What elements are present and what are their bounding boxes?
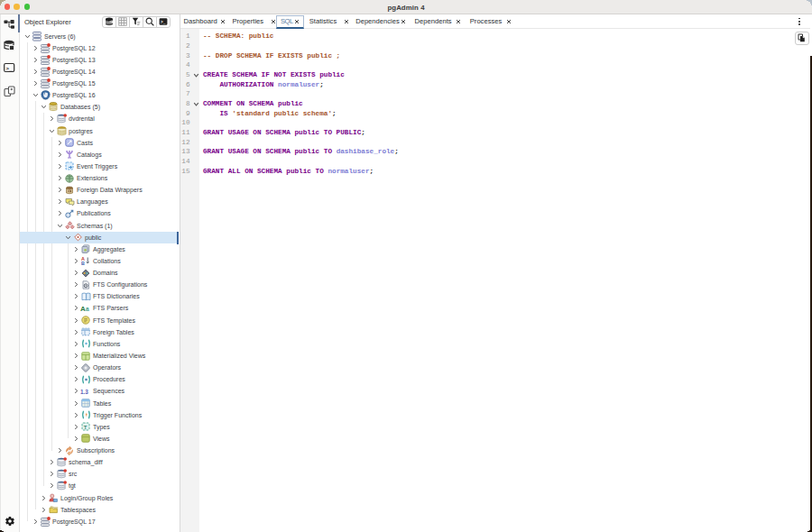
svg-text:T: T [84, 425, 88, 430]
svg-text:B: B [81, 261, 85, 265]
svg-text:1.3: 1.3 [80, 389, 88, 395]
svg-text:a: a [86, 306, 89, 312]
